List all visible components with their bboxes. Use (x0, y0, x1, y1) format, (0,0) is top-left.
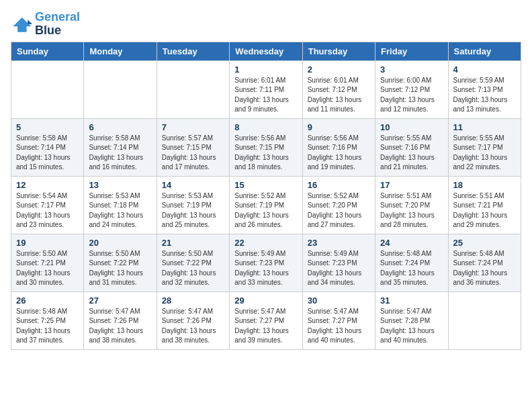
day-info: Sunrise: 5:47 AM Sunset: 7:28 PM Dayligh… (380, 307, 443, 346)
day-info: Sunrise: 5:50 AM Sunset: 7:22 PM Dayligh… (89, 249, 151, 288)
day-info: Sunrise: 5:52 AM Sunset: 7:20 PM Dayligh… (308, 191, 370, 230)
day-number: 26 (16, 295, 79, 306)
day-number: 7 (162, 122, 224, 132)
day-number: 24 (380, 238, 443, 248)
day-number: 16 (308, 180, 370, 190)
day-number: 4 (453, 64, 516, 75)
day-number: 20 (89, 238, 151, 248)
day-number: 15 (234, 180, 297, 190)
day-info: Sunrise: 6:01 AM Sunset: 7:11 PM Dayligh… (234, 76, 297, 115)
day-info: Sunrise: 5:59 AM Sunset: 7:13 PM Dayligh… (453, 76, 516, 115)
day-info: Sunrise: 5:47 AM Sunset: 7:26 PM Dayligh… (89, 307, 151, 346)
calendar-cell: 18Sunrise: 5:51 AM Sunset: 7:21 PM Dayli… (448, 176, 521, 234)
day-number: 27 (89, 295, 151, 306)
day-info: Sunrise: 5:53 AM Sunset: 7:19 PM Dayligh… (162, 191, 224, 230)
calendar-table: SundayMondayTuesdayWednesdayThursdayFrid… (11, 42, 521, 350)
calendar-cell: 19Sunrise: 5:50 AM Sunset: 7:21 PM Dayli… (11, 234, 84, 291)
calendar-cell: 14Sunrise: 5:53 AM Sunset: 7:19 PM Dayli… (157, 176, 229, 234)
day-info: Sunrise: 5:56 AM Sunset: 7:15 PM Dayligh… (234, 134, 297, 173)
day-number: 8 (234, 122, 297, 132)
day-number: 18 (453, 180, 516, 190)
header-saturday: Saturday (448, 42, 521, 60)
day-info: Sunrise: 5:54 AM Sunset: 7:17 PM Dayligh… (16, 191, 79, 230)
day-info: Sunrise: 5:48 AM Sunset: 7:25 PM Dayligh… (16, 307, 79, 346)
header-wednesday: Wednesday (230, 42, 302, 60)
calendar-cell: 8Sunrise: 5:56 AM Sunset: 7:15 PM Daylig… (230, 118, 302, 176)
day-info: Sunrise: 6:00 AM Sunset: 7:12 PM Dayligh… (380, 76, 443, 115)
day-info: Sunrise: 5:58 AM Sunset: 7:14 PM Dayligh… (16, 134, 79, 173)
calendar-header-row: SundayMondayTuesdayWednesdayThursdayFrid… (11, 42, 521, 60)
calendar-cell: 16Sunrise: 5:52 AM Sunset: 7:20 PM Dayli… (302, 176, 375, 234)
calendar-week-row: 5Sunrise: 5:58 AM Sunset: 7:14 PM Daylig… (11, 118, 521, 176)
day-info: Sunrise: 5:49 AM Sunset: 7:23 PM Dayligh… (234, 249, 297, 288)
day-info: Sunrise: 5:52 AM Sunset: 7:19 PM Dayligh… (234, 191, 297, 230)
calendar-cell (84, 60, 157, 118)
calendar-cell: 10Sunrise: 5:55 AM Sunset: 7:16 PM Dayli… (375, 118, 448, 176)
calendar-week-row: 12Sunrise: 5:54 AM Sunset: 7:17 PM Dayli… (11, 176, 521, 234)
calendar-week-row: 26Sunrise: 5:48 AM Sunset: 7:25 PM Dayli… (11, 291, 521, 349)
calendar-cell: 20Sunrise: 5:50 AM Sunset: 7:22 PM Dayli… (84, 234, 157, 291)
header-sunday: Sunday (11, 42, 84, 60)
day-number: 28 (162, 295, 224, 306)
day-info: Sunrise: 5:57 AM Sunset: 7:15 PM Dayligh… (162, 134, 224, 173)
day-info: Sunrise: 6:01 AM Sunset: 7:12 PM Dayligh… (308, 76, 370, 115)
calendar-week-row: 1Sunrise: 6:01 AM Sunset: 7:11 PM Daylig… (11, 60, 521, 118)
calendar-cell: 9Sunrise: 5:56 AM Sunset: 7:16 PM Daylig… (302, 118, 375, 176)
calendar-cell: 21Sunrise: 5:50 AM Sunset: 7:22 PM Dayli… (157, 234, 229, 291)
day-number: 6 (89, 122, 151, 132)
calendar-cell: 11Sunrise: 5:55 AM Sunset: 7:17 PM Dayli… (448, 118, 521, 176)
day-info: Sunrise: 5:55 AM Sunset: 7:16 PM Dayligh… (380, 134, 443, 173)
day-info: Sunrise: 5:47 AM Sunset: 7:27 PM Dayligh… (308, 307, 370, 346)
day-info: Sunrise: 5:51 AM Sunset: 7:20 PM Dayligh… (380, 191, 443, 230)
calendar-cell: 23Sunrise: 5:49 AM Sunset: 7:23 PM Dayli… (302, 234, 375, 291)
calendar-cell: 5Sunrise: 5:58 AM Sunset: 7:14 PM Daylig… (11, 118, 84, 176)
day-number: 14 (162, 180, 224, 190)
logo: General Blue (11, 11, 80, 38)
header-thursday: Thursday (302, 42, 375, 60)
day-info: Sunrise: 5:56 AM Sunset: 7:16 PM Dayligh… (308, 134, 370, 173)
day-number: 5 (16, 122, 79, 132)
day-number: 19 (16, 238, 79, 248)
day-number: 17 (380, 180, 443, 190)
day-number: 9 (308, 122, 370, 132)
calendar-cell: 27Sunrise: 5:47 AM Sunset: 7:26 PM Dayli… (84, 291, 157, 349)
day-number: 13 (89, 180, 151, 190)
day-number: 31 (380, 295, 443, 306)
day-number: 23 (308, 238, 370, 248)
day-number: 2 (308, 64, 370, 75)
calendar-cell: 26Sunrise: 5:48 AM Sunset: 7:25 PM Dayli… (11, 291, 84, 349)
calendar-cell (157, 60, 229, 118)
day-number: 30 (308, 295, 370, 306)
calendar-cell: 12Sunrise: 5:54 AM Sunset: 7:17 PM Dayli… (11, 176, 84, 234)
calendar-cell: 31Sunrise: 5:47 AM Sunset: 7:28 PM Dayli… (375, 291, 448, 349)
calendar-cell: 1Sunrise: 6:01 AM Sunset: 7:11 PM Daylig… (230, 60, 302, 118)
day-info: Sunrise: 5:48 AM Sunset: 7:24 PM Dayligh… (380, 249, 443, 288)
day-number: 29 (234, 295, 297, 306)
calendar-cell: 17Sunrise: 5:51 AM Sunset: 7:20 PM Dayli… (375, 176, 448, 234)
day-info: Sunrise: 5:55 AM Sunset: 7:17 PM Dayligh… (453, 134, 516, 173)
day-info: Sunrise: 5:48 AM Sunset: 7:24 PM Dayligh… (453, 249, 516, 288)
calendar-cell: 22Sunrise: 5:49 AM Sunset: 7:23 PM Dayli… (230, 234, 302, 291)
calendar-week-row: 19Sunrise: 5:50 AM Sunset: 7:21 PM Dayli… (11, 234, 521, 291)
calendar-cell: 7Sunrise: 5:57 AM Sunset: 7:15 PM Daylig… (157, 118, 229, 176)
calendar-cell: 6Sunrise: 5:58 AM Sunset: 7:14 PM Daylig… (84, 118, 157, 176)
day-info: Sunrise: 5:47 AM Sunset: 7:27 PM Dayligh… (234, 307, 297, 346)
calendar-cell: 28Sunrise: 5:47 AM Sunset: 7:26 PM Dayli… (157, 291, 229, 349)
logo-text: General Blue (35, 11, 80, 38)
day-number: 11 (453, 122, 516, 132)
day-info: Sunrise: 5:50 AM Sunset: 7:22 PM Dayligh… (162, 249, 224, 288)
day-info: Sunrise: 5:51 AM Sunset: 7:21 PM Dayligh… (453, 191, 516, 230)
svg-marker-0 (13, 17, 31, 32)
header-monday: Monday (84, 42, 157, 60)
calendar-cell: 30Sunrise: 5:47 AM Sunset: 7:27 PM Dayli… (302, 291, 375, 349)
calendar-cell (11, 60, 84, 118)
day-number: 25 (453, 238, 516, 248)
header-tuesday: Tuesday (157, 42, 229, 60)
calendar-cell: 4Sunrise: 5:59 AM Sunset: 7:13 PM Daylig… (448, 60, 521, 118)
day-info: Sunrise: 5:58 AM Sunset: 7:14 PM Dayligh… (89, 134, 151, 173)
day-info: Sunrise: 5:49 AM Sunset: 7:23 PM Dayligh… (308, 249, 370, 288)
calendar-cell: 15Sunrise: 5:52 AM Sunset: 7:19 PM Dayli… (230, 176, 302, 234)
day-number: 22 (234, 238, 297, 248)
calendar-cell: 2Sunrise: 6:01 AM Sunset: 7:12 PM Daylig… (302, 60, 375, 118)
calendar-cell (448, 291, 521, 349)
